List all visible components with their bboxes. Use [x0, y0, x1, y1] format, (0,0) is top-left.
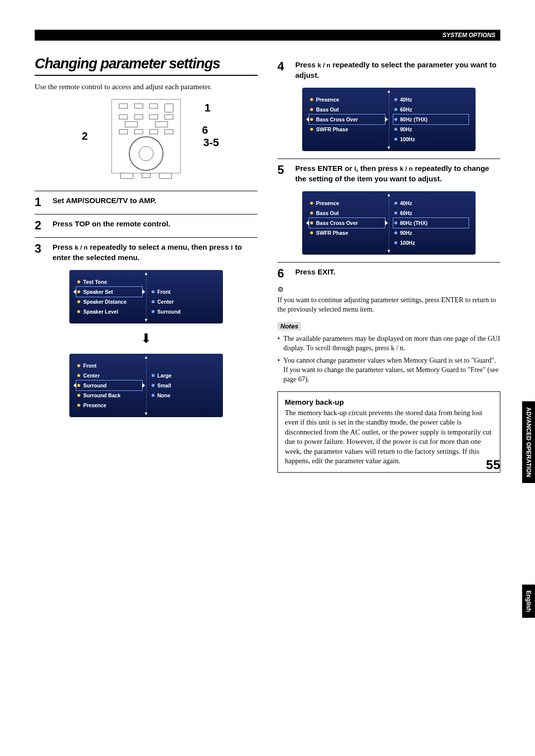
gui-item: Center	[76, 371, 142, 380]
step-3: 3 Press k / n repeatedly to select a men…	[35, 237, 258, 263]
step-number: 4	[277, 59, 295, 80]
gui-item: SWFR Phase	[309, 124, 385, 134]
triangle-up-down-icon: k / n	[75, 244, 88, 251]
intro-text: Use the remote control to access and adj…	[35, 82, 258, 92]
callout-2: 2	[82, 130, 88, 143]
step-4: 4 Press k / n repeatedly to select the p…	[277, 55, 500, 80]
step-text: Set AMP/SOURCE/TV to AMP.	[53, 195, 258, 209]
gui-item: Speaker Distance	[76, 297, 142, 307]
step-number: 1	[35, 195, 53, 209]
box-body: The memory back-up circuit prevents the …	[285, 408, 493, 466]
gui-item: Surround Back	[76, 390, 142, 400]
scroll-down-icon: ▼	[387, 145, 391, 150]
gui-item: Bass Out	[309, 208, 385, 218]
notes-list: The available parameters may be displaye…	[277, 334, 500, 384]
step-number: 3	[35, 242, 53, 263]
gui-item-selected: Bass Cross Over	[309, 114, 385, 124]
gui-option: Large	[151, 371, 216, 380]
side-tab-advanced: ADVANCED OPERATION	[522, 401, 535, 483]
step-number: 5	[277, 163, 295, 184]
gui-item-selected: Surround	[76, 380, 142, 390]
remote-body	[111, 99, 181, 173]
down-arrow-icon: ⬇	[35, 331, 258, 346]
box-title: Memory back-up	[285, 398, 493, 406]
step-text: Press EXIT.	[295, 267, 500, 280]
callout-6: 6	[202, 124, 208, 137]
note-item: The available parameters may be displaye…	[277, 334, 500, 353]
step-6: 6 Press EXIT.	[277, 262, 500, 280]
gui-option: Front	[151, 287, 216, 297]
tip-icon: ⚙	[277, 285, 500, 294]
gui-option-selected: 80Hz (THX)	[393, 114, 469, 124]
gui-option: 100Hz	[393, 238, 469, 248]
gui-item: Bass Out	[309, 105, 385, 114]
gui-item: Test Tone	[76, 277, 142, 287]
gui-item: Presence	[76, 400, 142, 410]
triangle-up-down-icon: k / n	[400, 165, 413, 172]
right-column: 4 Press k / n repeatedly to select the p…	[277, 55, 500, 473]
gui-option: Small	[151, 380, 216, 390]
header-bar: SYSTEM OPTIONS	[35, 30, 500, 41]
gui-screen-3: ▲ Presence Bass Out Bass Cross Over SWFR…	[302, 88, 476, 151]
gui-option: 90Hz	[393, 124, 469, 134]
step-text: Press ENTER or l, then press k / n repea…	[295, 163, 500, 184]
gui-option: 90Hz	[393, 228, 469, 238]
page: SYSTEM OPTIONS Changing parameter settin…	[0, 0, 535, 492]
gui-option: Center	[151, 297, 216, 307]
content-columns: Changing parameter settings Use the remo…	[35, 55, 500, 473]
step-text: Press k / n repeatedly to select a menu,…	[53, 242, 258, 263]
gui-item-selected: Bass Cross Over	[309, 218, 385, 228]
gui-option: None	[151, 390, 216, 400]
step-2: 2 Press TOP on the remote control.	[35, 214, 258, 232]
gui-item: Presence	[309, 95, 385, 105]
notes-label: Notes	[277, 322, 301, 330]
left-column: Changing parameter settings Use the remo…	[35, 55, 258, 473]
scroll-down-icon: ▼	[144, 318, 149, 323]
tip-text: If you want to continue adjusting parame…	[277, 296, 500, 315]
remote-illustration: 1 2 6 3-5	[35, 99, 258, 181]
step-number: 2	[35, 218, 53, 232]
gui-item: Speaker Level	[76, 307, 142, 317]
note-item: You cannot change parameter values when …	[277, 356, 500, 384]
gui-item-selected: Speaker Set	[76, 287, 142, 297]
gui-option: 60Hz	[393, 208, 469, 218]
gui-option: Surround	[151, 307, 216, 317]
callout-1: 1	[205, 102, 211, 114]
triangle-up-down-icon: k / n	[318, 61, 330, 69]
gui-option-selected: 80Hz (THX)	[393, 218, 469, 228]
remote-dpad	[129, 136, 163, 171]
side-tab-english: English	[522, 585, 535, 618]
page-number: 55	[486, 457, 500, 473]
gui-option: 40Hz	[393, 198, 469, 208]
gui-screen-2: ▲ Front Center Surround Surround Back Pr…	[69, 354, 223, 417]
scroll-down-icon: ▼	[144, 411, 149, 416]
callout-3-5: 3-5	[203, 136, 219, 149]
step-5: 5 Press ENTER or l, then press k / n rep…	[277, 159, 500, 184]
gui-option: 100Hz	[393, 134, 469, 144]
step-text: Press k / n repeatedly to select the par…	[295, 59, 500, 80]
gui-item: Presence	[309, 198, 385, 208]
scroll-down-icon: ▼	[387, 249, 391, 254]
gui-item: SWFR Phase	[309, 228, 385, 238]
step-text: Press TOP on the remote control.	[53, 218, 258, 232]
gui-screen-4: ▲ Presence Bass Out Bass Cross Over SWFR…	[302, 191, 476, 255]
memory-backup-box: Memory back-up The memory back-up circui…	[277, 391, 500, 473]
gui-option: 40Hz	[393, 95, 469, 105]
gui-screen-1: ▲ Test Tone Speaker Set Speaker Distance…	[69, 270, 223, 324]
gui-item: Front	[76, 361, 142, 371]
gui-option: 60Hz	[393, 105, 469, 114]
page-title: Changing parameter settings	[35, 55, 258, 76]
step-number: 6	[277, 267, 295, 280]
step-1: 1 Set AMP/SOURCE/TV to AMP.	[35, 191, 258, 209]
section-label: SYSTEM OPTIONS	[442, 30, 495, 41]
